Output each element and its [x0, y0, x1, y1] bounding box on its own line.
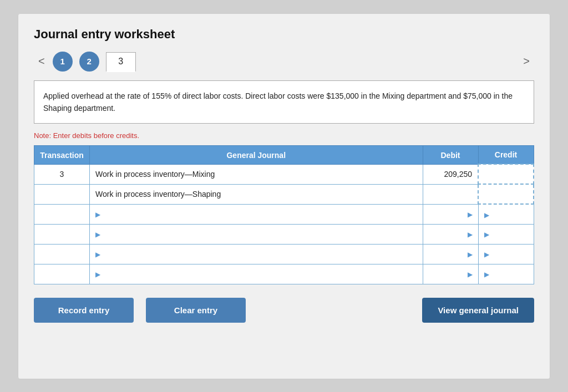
col-debit: Debit — [423, 146, 478, 165]
cell-debit-4[interactable]: ▶ — [423, 244, 478, 264]
note-text: Note: Enter debits before credits. — [34, 131, 534, 140]
cell-debit-1[interactable] — [423, 184, 478, 204]
cell-transaction-1[interactable] — [34, 184, 90, 204]
cell-debit-0[interactable]: 209,250 — [423, 164, 478, 184]
tab-3[interactable]: 3 — [106, 52, 136, 72]
cell-transaction-3[interactable] — [34, 224, 90, 244]
table-row: ▶▶▶ — [34, 224, 534, 244]
cell-debit-2[interactable]: ▶ — [423, 204, 478, 224]
table-row: ▶▶▶ — [34, 204, 534, 224]
description-text: Applied overhead at the rate of 155% of … — [43, 91, 513, 113]
table-row: 3Work in process inventory—Mixing209,250 — [34, 164, 534, 184]
page-title: Journal entry worksheet — [34, 27, 534, 42]
cell-debit-3[interactable]: ▶ — [423, 224, 478, 244]
cell-credit-2[interactable]: ▶ — [478, 204, 534, 224]
tabs-row: < 1 2 3 > — [34, 52, 534, 72]
tab-2[interactable]: 2 — [79, 52, 99, 72]
cell-transaction-4[interactable] — [34, 244, 90, 264]
clear-entry-button[interactable]: Clear entry — [146, 298, 246, 323]
cell-journal-3[interactable]: ▶ — [90, 224, 423, 244]
tab-1[interactable]: 1 — [53, 52, 73, 72]
cell-credit-0[interactable] — [478, 164, 534, 184]
description-box: Applied overhead at the rate of 155% of … — [34, 80, 534, 124]
cell-credit-1[interactable] — [478, 184, 534, 204]
table-row: Work in process inventory—Shaping — [34, 184, 534, 204]
view-general-journal-button[interactable]: View general journal — [422, 298, 534, 323]
worksheet-container: Journal entry worksheet < 1 2 3 > Applie… — [18, 13, 550, 379]
table-row: ▶▶▶ — [34, 264, 534, 284]
prev-arrow[interactable]: < — [34, 53, 49, 70]
cell-credit-4[interactable]: ▶ — [478, 244, 534, 264]
cell-debit-5[interactable]: ▶ — [423, 264, 478, 284]
buttons-row: Record entry Clear entry View general jo… — [34, 298, 534, 323]
cell-journal-2[interactable]: ▶ — [90, 204, 423, 224]
cell-journal-4[interactable]: ▶ — [90, 244, 423, 264]
journal-table: Transaction General Journal Debit Credit… — [34, 145, 534, 284]
cell-journal-5[interactable]: ▶ — [90, 264, 423, 284]
table-row: ▶▶▶ — [34, 244, 534, 264]
cell-transaction-2[interactable] — [34, 204, 90, 224]
col-transaction: Transaction — [34, 146, 90, 165]
cell-journal-0[interactable]: Work in process inventory—Mixing — [90, 164, 423, 184]
cell-transaction-5[interactable] — [34, 264, 90, 284]
col-credit: Credit — [478, 146, 534, 165]
record-entry-button[interactable]: Record entry — [34, 298, 134, 323]
cell-journal-1[interactable]: Work in process inventory—Shaping — [90, 184, 423, 204]
cell-credit-3[interactable]: ▶ — [478, 224, 534, 244]
cell-transaction-0[interactable]: 3 — [34, 164, 90, 184]
col-journal: General Journal — [90, 146, 423, 165]
next-arrow[interactable]: > — [519, 53, 534, 70]
cell-credit-5[interactable]: ▶ — [478, 264, 534, 284]
